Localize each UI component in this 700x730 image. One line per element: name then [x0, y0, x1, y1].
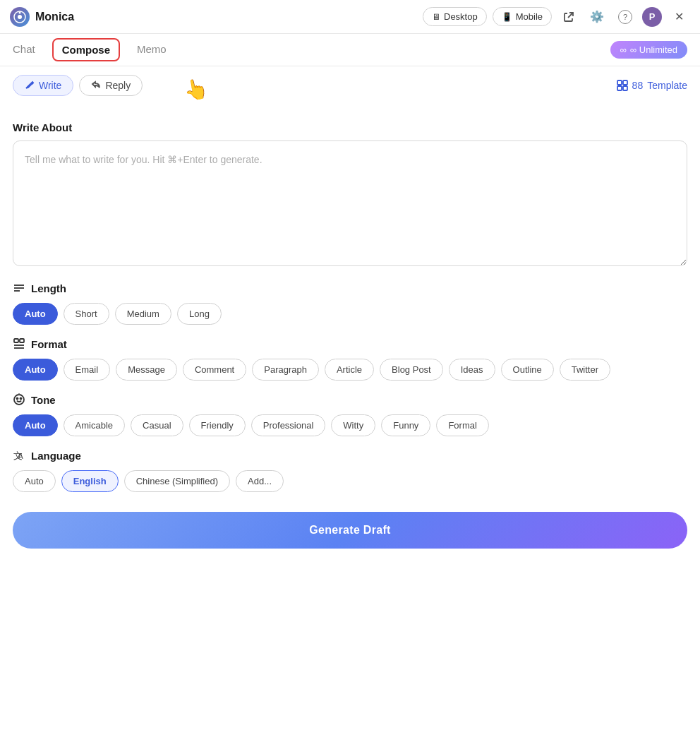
help-icon: ?	[618, 10, 632, 24]
length-chips: Auto Short Medium Long	[13, 303, 687, 325]
template-label: Template	[647, 80, 687, 91]
tab-memo[interactable]: Memo	[137, 35, 167, 65]
reply-icon	[91, 80, 101, 90]
language-section: 文 A Language Auto English Chinese (Simpl…	[13, 449, 687, 492]
svg-line-3	[568, 13, 573, 18]
svg-rect-7	[617, 86, 622, 90]
format-icon	[13, 337, 25, 350]
length-chip-auto[interactable]: Auto	[13, 303, 58, 325]
svg-text:A: A	[18, 453, 23, 460]
title-bar: Monica 🖥 Desktop 📱 Mobile ⚙️ ? P ✕	[0, 0, 700, 34]
language-icon: 文 A	[13, 449, 25, 462]
length-section: Length Auto Short Medium Long	[13, 282, 687, 325]
tone-chip-funny[interactable]: Funny	[381, 414, 430, 436]
title-bar-left: Monica	[10, 7, 74, 27]
length-chip-short[interactable]: Short	[64, 303, 109, 325]
format-chip-outline[interactable]: Outline	[501, 359, 554, 381]
svg-rect-6	[623, 80, 627, 85]
language-chip-english[interactable]: English	[61, 470, 119, 492]
write-icon	[25, 80, 35, 90]
title-bar-right: 🖥 Desktop 📱 Mobile ⚙️ ? P ✕	[423, 6, 690, 28]
tone-chip-auto[interactable]: Auto	[13, 414, 58, 436]
svg-rect-5	[617, 80, 622, 85]
length-chip-medium[interactable]: Medium	[115, 303, 171, 325]
help-btn[interactable]: ?	[614, 6, 636, 28]
svg-point-16	[14, 395, 24, 405]
nav-tabs: Chat Compose Memo ∞ ∞ Unlimited 👆	[0, 34, 700, 66]
template-count: 88	[632, 80, 644, 91]
write-btn[interactable]: Write	[13, 75, 73, 96]
format-chip-auto[interactable]: Auto	[13, 359, 58, 381]
format-chip-comment[interactable]: Comment	[183, 359, 246, 381]
format-chip-article[interactable]: Article	[325, 359, 374, 381]
svg-point-18	[20, 398, 22, 400]
language-chip-add[interactable]: Add...	[236, 470, 284, 492]
format-header: Format	[13, 337, 687, 350]
tone-chips: Auto Amicable Casual Friendly Profession…	[13, 414, 687, 436]
format-chips: Auto Email Message Comment Paragraph Art…	[13, 359, 687, 381]
svg-rect-13	[20, 339, 24, 342]
length-chip-long[interactable]: Long	[177, 303, 222, 325]
template-icon	[617, 80, 628, 91]
mobile-icon: 📱	[502, 12, 512, 22]
tone-icon	[13, 393, 25, 406]
write-textarea[interactable]	[13, 140, 687, 266]
action-bar: Write Reply 88 Template	[0, 66, 700, 104]
close-btn[interactable]: ✕	[668, 6, 690, 28]
length-label: Length	[31, 282, 66, 294]
main-content: Write About Length Auto Short Medium Lon…	[0, 104, 700, 561]
format-chip-ideas[interactable]: Ideas	[449, 359, 495, 381]
external-link-btn[interactable]	[557, 6, 580, 28]
generate-draft-btn[interactable]: Generate Draft	[13, 512, 687, 549]
svg-point-2	[19, 11, 21, 13]
nav-tabs-left: Chat Compose Memo	[13, 35, 167, 65]
format-chip-email[interactable]: Email	[64, 359, 111, 381]
tone-chip-casual[interactable]: Casual	[131, 414, 183, 436]
svg-rect-8	[623, 86, 627, 90]
svg-point-1	[18, 15, 22, 19]
tab-compose[interactable]: Compose	[52, 38, 120, 61]
tone-header: Tone	[13, 393, 687, 406]
length-header: Length	[13, 282, 687, 294]
language-label: Language	[31, 450, 81, 462]
format-label: Format	[31, 338, 67, 350]
write-about-section: Write About	[13, 121, 687, 269]
format-chip-message[interactable]: Message	[116, 359, 177, 381]
action-bar-left: Write Reply	[13, 75, 143, 96]
format-chip-paragraph[interactable]: Paragraph	[252, 359, 319, 381]
desktop-btn[interactable]: 🖥 Desktop	[423, 7, 487, 26]
svg-point-17	[17, 398, 18, 400]
desktop-icon: 🖥	[432, 12, 440, 22]
unlimited-icon: ∞	[620, 44, 627, 55]
app-title: Monica	[35, 11, 74, 23]
length-icon	[13, 282, 25, 294]
reply-btn[interactable]: Reply	[79, 75, 143, 96]
write-about-title: Write About	[13, 121, 687, 133]
tone-section: Tone Auto Amicable Casual Friendly Profe…	[13, 393, 687, 436]
svg-rect-12	[14, 339, 18, 342]
tab-chat[interactable]: Chat	[13, 35, 35, 65]
format-chip-blogpost[interactable]: Blog Post	[380, 359, 443, 381]
mobile-btn[interactable]: 📱 Mobile	[493, 7, 552, 26]
language-chips: Auto English Chinese (Simplified) Add...	[13, 470, 687, 492]
tone-chip-friendly[interactable]: Friendly	[189, 414, 246, 436]
format-chip-twitter[interactable]: Twitter	[560, 359, 610, 381]
language-chip-auto[interactable]: Auto	[13, 470, 56, 492]
unlimited-badge: ∞ ∞ Unlimited	[610, 41, 687, 59]
settings-btn[interactable]: ⚙️	[586, 6, 608, 28]
close-icon: ✕	[675, 10, 684, 23]
format-section: Format Auto Email Message Comment Paragr…	[13, 337, 687, 381]
language-chip-chinese[interactable]: Chinese (Simplified)	[124, 470, 230, 492]
template-btn[interactable]: 88 Template	[617, 80, 687, 91]
svg-point-19	[18, 393, 20, 395]
app-icon	[10, 7, 30, 27]
tone-chip-amicable[interactable]: Amicable	[64, 414, 125, 436]
tone-chip-professional[interactable]: Professional	[251, 414, 326, 436]
avatar[interactable]: P	[642, 7, 662, 27]
tone-label: Tone	[31, 394, 56, 406]
tone-chip-formal[interactable]: Formal	[436, 414, 488, 436]
settings-icon: ⚙️	[590, 10, 604, 23]
tone-chip-witty[interactable]: Witty	[331, 414, 375, 436]
language-header: 文 A Language	[13, 449, 687, 462]
